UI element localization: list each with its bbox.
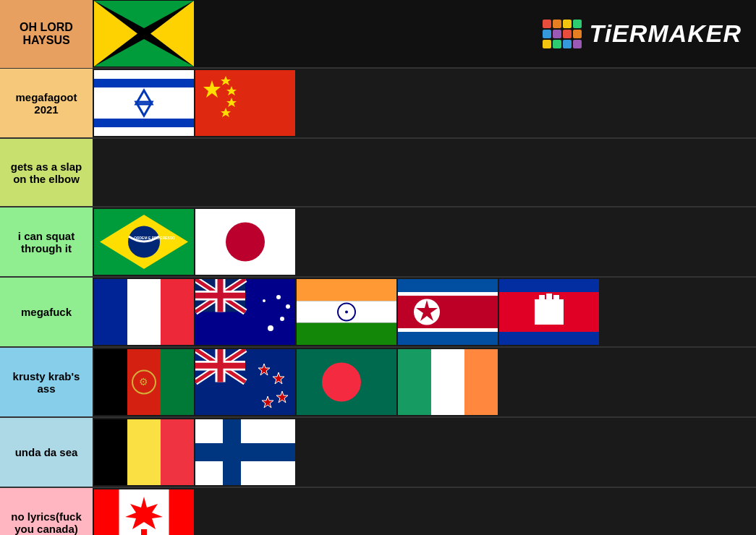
tier-items-slap [93, 139, 756, 206]
flag-finland[interactable] [195, 419, 295, 485]
svg-rect-98 [223, 419, 241, 485]
svg-point-51 [263, 299, 266, 302]
svg-rect-95 [161, 419, 194, 485]
flag-australia[interactable] [195, 279, 295, 345]
svg-rect-93 [94, 419, 127, 485]
svg-rect-66 [539, 295, 545, 302]
svg-rect-94 [127, 419, 161, 485]
svg-rect-54 [297, 323, 396, 345]
tier-row-slap: gets as a slap on the elbow [0, 139, 756, 207]
tier-items-squat: ORDEM E PROGRESSO [93, 207, 756, 276]
tier-items-krusty: ⚙ [93, 348, 756, 416]
svg-point-56 [345, 311, 348, 314]
svg-rect-90 [398, 349, 431, 415]
svg-rect-22 [195, 70, 295, 136]
tier-label-slap: gets as a slap on the elbow [0, 139, 93, 206]
flag-newzealand[interactable] [195, 349, 295, 415]
svg-rect-68 [553, 295, 559, 302]
svg-text:⚙: ⚙ [139, 376, 148, 388]
flag-canada[interactable] [94, 489, 194, 535]
tier-label-megafuck: megafuck [0, 278, 93, 346]
svg-rect-18 [94, 79, 194, 87]
flag-jamaica-header[interactable] [94, 1, 194, 67]
tier-row-krusty: krusty krab's ass ⚙ [0, 348, 756, 418]
header-label: OH LORD HAYSUS [0, 0, 93, 68]
tier-label-unda: unda da sea [0, 418, 93, 487]
flag-cambodia[interactable] [499, 279, 599, 345]
tier-label-megafagoot: megafagoot 2021 [0, 69, 93, 137]
header-row: OH LORD HAYSUS [0, 0, 756, 69]
flag-japan[interactable] [195, 209, 295, 275]
svg-rect-52 [297, 279, 396, 301]
flag-bangladesh[interactable] [297, 349, 396, 415]
flag-ireland[interactable] [398, 349, 498, 415]
tier-row-nolyrics: no lyrics(fuck you canada) [0, 488, 756, 535]
tier-row-squat: i can squat through it ORDEM E PROGRESSO [0, 207, 756, 278]
svg-text:ORDEM E PROGRESSO: ORDEM E PROGRESSO [134, 236, 175, 240]
logo-grid [543, 20, 582, 48]
tier-label-nolyrics: no lyrics(fuck you canada) [0, 488, 93, 535]
svg-point-47 [268, 325, 273, 331]
svg-rect-35 [127, 279, 161, 345]
tier-row-megafuck: megafuck [0, 278, 756, 348]
flag-india[interactable] [297, 279, 396, 345]
flag-afghanistan[interactable]: ⚙ [94, 349, 194, 415]
svg-rect-100 [94, 489, 119, 535]
svg-point-48 [280, 317, 284, 321]
svg-rect-92 [464, 349, 498, 415]
svg-rect-34 [94, 279, 127, 345]
svg-rect-59 [398, 292, 498, 296]
svg-rect-46 [195, 293, 245, 299]
svg-rect-83 [195, 363, 245, 369]
flag-brazil[interactable]: ORDEM E PROGRESSO [94, 209, 194, 275]
tier-items-nolyrics [93, 488, 756, 535]
tier-table: OH LORD HAYSUS [0, 0, 756, 535]
svg-rect-58 [398, 292, 498, 332]
flag-france[interactable] [94, 279, 194, 345]
svg-rect-70 [94, 349, 127, 415]
svg-point-33 [226, 223, 265, 262]
tier-label-squat: i can squat through it [0, 207, 93, 276]
tier-row-megafagoot: megafagoot 2021 [0, 69, 756, 139]
svg-rect-69 [535, 315, 564, 317]
svg-rect-103 [141, 529, 147, 535]
tier-row-unda: unda da sea [0, 418, 756, 488]
svg-point-49 [286, 304, 290, 309]
tier-items-unda [93, 418, 756, 487]
svg-point-89 [322, 363, 361, 402]
flag-israel[interactable] [94, 70, 194, 136]
svg-rect-65 [535, 299, 564, 325]
svg-rect-72 [161, 349, 194, 415]
tier-items-megafagoot [93, 69, 756, 137]
svg-rect-19 [94, 119, 194, 127]
svg-rect-97 [195, 443, 295, 461]
tier-items-megafuck [93, 278, 756, 346]
svg-rect-60 [398, 328, 498, 332]
svg-rect-67 [546, 294, 552, 302]
svg-rect-36 [161, 279, 194, 345]
svg-rect-91 [431, 349, 464, 415]
tier-label-krusty: krusty krab's ass [0, 348, 93, 416]
flag-northkorea[interactable] [398, 279, 498, 345]
svg-point-50 [276, 295, 281, 299]
flag-china[interactable] [195, 70, 295, 136]
flag-belgium[interactable] [94, 419, 194, 485]
tiermaker-logo: TiERMAKER [543, 20, 742, 48]
svg-rect-101 [169, 489, 195, 535]
logo-text: TiERMAKER [589, 20, 742, 48]
header-right: TiERMAKER [194, 20, 756, 48]
